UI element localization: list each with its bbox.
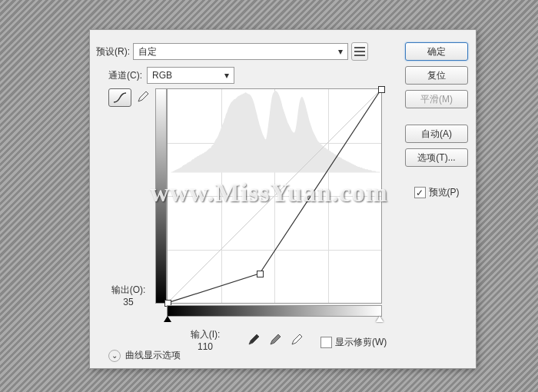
black-slider[interactable] — [164, 316, 171, 322]
chevron-down-icon: ⌄ — [108, 350, 121, 362]
preset-select[interactable]: 自定 ▾ — [133, 43, 348, 60]
preview-checkbox[interactable]: ✓ — [414, 187, 426, 198]
pencil-tool-icon — [137, 91, 149, 103]
output-label: 输出(O): — [105, 284, 151, 297]
histogram — [168, 89, 381, 173]
menu-icon — [354, 47, 365, 56]
gray-point-dropper[interactable] — [268, 333, 282, 347]
curves-dialog: 预设(R): 自定 ▾ 通道(C): RGB ▾ — [89, 29, 477, 369]
curve-point[interactable] — [257, 271, 264, 277]
channel-select[interactable]: RGB ▾ — [147, 67, 234, 84]
reset-button[interactable]: 复位 — [405, 66, 468, 85]
preset-value: 自定 — [138, 45, 157, 58]
options-button[interactable]: 选项(T)... — [405, 148, 468, 167]
curve-tool-icon — [113, 92, 127, 103]
pencil-tool-button[interactable] — [134, 88, 151, 105]
smooth-button[interactable]: 平滑(M) — [405, 90, 468, 108]
preset-label: 预设(R): — [96, 45, 130, 58]
ok-button[interactable]: 确定 — [405, 42, 468, 61]
output-gradient — [155, 88, 167, 304]
display-options-disclosure[interactable]: ⌄ 曲线显示选项 — [108, 349, 181, 362]
output-value: 35 — [105, 297, 151, 307]
white-point-dropper[interactable] — [290, 333, 304, 347]
input-gradient — [167, 305, 382, 317]
dropdown-icon: ▾ — [338, 46, 343, 57]
curve-graph[interactable] — [167, 88, 382, 304]
channel-value: RGB — [152, 70, 172, 81]
show-clipping-checkbox[interactable] — [320, 337, 332, 348]
auto-button[interactable]: 自动(A) — [405, 125, 468, 143]
curve-point[interactable] — [378, 86, 385, 93]
white-slider[interactable] — [376, 316, 384, 322]
preset-menu-button[interactable] — [351, 42, 368, 61]
preview-label: 预览(P) — [429, 186, 460, 199]
channel-label: 通道(C): — [108, 69, 142, 82]
show-clipping-label: 显示修剪(W) — [335, 336, 387, 349]
input-label: 输入(I): — [167, 328, 244, 341]
disclosure-label: 曲线显示选项 — [125, 349, 181, 362]
dropdown-icon: ▾ — [224, 70, 229, 81]
black-point-dropper[interactable] — [247, 333, 261, 347]
curve-tool-button[interactable] — [108, 88, 131, 107]
